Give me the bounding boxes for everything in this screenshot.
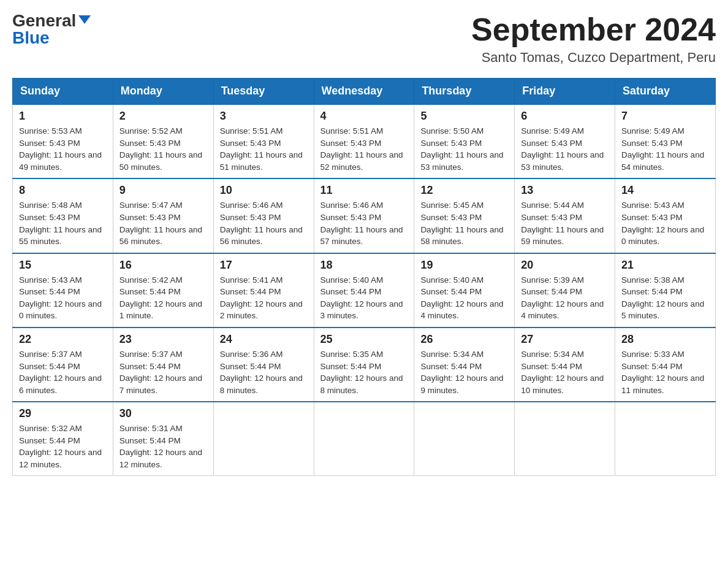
day-number: 21: [621, 259, 709, 272]
calendar-day: 3Sunrise: 5:51 AMSunset: 5:43 PMDaylight…: [213, 104, 314, 178]
day-info: Sunrise: 5:50 AMSunset: 5:43 PMDaylight:…: [420, 125, 508, 173]
day-number: 8: [19, 184, 107, 197]
day-info: Sunrise: 5:43 AMSunset: 5:44 PMDaylight:…: [19, 274, 107, 322]
logo-triangle-icon: [78, 15, 91, 24]
calendar-day: 9Sunrise: 5:47 AMSunset: 5:43 PMDaylight…: [113, 178, 213, 253]
calendar-day: [213, 402, 314, 476]
day-number: 2: [119, 110, 207, 123]
day-number: 11: [320, 184, 408, 197]
day-info: Sunrise: 5:53 AMSunset: 5:43 PMDaylight:…: [19, 125, 107, 173]
day-info: Sunrise: 5:46 AMSunset: 5:43 PMDaylight:…: [220, 199, 308, 247]
day-number: 26: [420, 333, 508, 346]
header-cell-saturday: Saturday: [615, 79, 716, 105]
day-number: 12: [420, 184, 508, 197]
day-info: Sunrise: 5:44 AMSunset: 5:43 PMDaylight:…: [521, 199, 609, 247]
header-cell-tuesday: Tuesday: [213, 79, 314, 105]
calendar-header: SundayMondayTuesdayWednesdayThursdayFrid…: [13, 79, 716, 105]
day-number: 23: [119, 333, 207, 346]
header-cell-friday: Friday: [515, 79, 615, 105]
calendar-day: 1Sunrise: 5:53 AMSunset: 5:43 PMDaylight…: [13, 104, 113, 178]
calendar-day: 17Sunrise: 5:41 AMSunset: 5:44 PMDayligh…: [213, 253, 314, 327]
calendar-week-2: 8Sunrise: 5:48 AMSunset: 5:43 PMDaylight…: [13, 178, 716, 253]
day-info: Sunrise: 5:41 AMSunset: 5:44 PMDaylight:…: [220, 274, 308, 322]
day-info: Sunrise: 5:45 AMSunset: 5:43 PMDaylight:…: [420, 199, 508, 247]
day-info: Sunrise: 5:39 AMSunset: 5:44 PMDaylight:…: [521, 274, 609, 322]
day-info: Sunrise: 5:34 AMSunset: 5:44 PMDaylight:…: [420, 348, 508, 396]
calendar-day: 16Sunrise: 5:42 AMSunset: 5:44 PMDayligh…: [113, 253, 213, 327]
day-info: Sunrise: 5:32 AMSunset: 5:44 PMDaylight:…: [19, 423, 107, 470]
calendar-day: 25Sunrise: 5:35 AMSunset: 5:44 PMDayligh…: [314, 327, 414, 402]
day-number: 24: [220, 333, 308, 346]
day-number: 7: [621, 110, 709, 123]
calendar-day: 10Sunrise: 5:46 AMSunset: 5:43 PMDayligh…: [213, 178, 314, 253]
calendar-day: 28Sunrise: 5:33 AMSunset: 5:44 PMDayligh…: [615, 327, 716, 402]
logo-blue: Blue: [12, 29, 50, 47]
day-info: Sunrise: 5:47 AMSunset: 5:43 PMDaylight:…: [119, 199, 207, 247]
day-number: 20: [521, 259, 609, 272]
calendar-week-4: 22Sunrise: 5:37 AMSunset: 5:44 PMDayligh…: [13, 327, 716, 402]
calendar-day: 5Sunrise: 5:50 AMSunset: 5:43 PMDaylight…: [414, 104, 515, 178]
calendar-day: 14Sunrise: 5:43 AMSunset: 5:43 PMDayligh…: [615, 178, 716, 253]
calendar-day: [414, 402, 515, 476]
day-info: Sunrise: 5:33 AMSunset: 5:44 PMDaylight:…: [621, 348, 709, 396]
calendar-day: [314, 402, 414, 476]
day-number: 28: [621, 333, 709, 346]
day-number: 10: [220, 184, 308, 197]
calendar-day: 13Sunrise: 5:44 AMSunset: 5:43 PMDayligh…: [515, 178, 615, 253]
calendar-day: 6Sunrise: 5:49 AMSunset: 5:43 PMDaylight…: [515, 104, 615, 178]
day-number: 19: [420, 259, 508, 272]
day-number: 17: [220, 259, 308, 272]
calendar-week-1: 1Sunrise: 5:53 AMSunset: 5:43 PMDaylight…: [13, 104, 716, 178]
calendar-day: 27Sunrise: 5:34 AMSunset: 5:44 PMDayligh…: [515, 327, 615, 402]
month-title: September 2024: [471, 12, 716, 47]
logo: General Blue: [12, 12, 91, 47]
day-number: 18: [320, 259, 408, 272]
calendar-day: 8Sunrise: 5:48 AMSunset: 5:43 PMDaylight…: [13, 178, 113, 253]
day-info: Sunrise: 5:40 AMSunset: 5:44 PMDaylight:…: [320, 274, 408, 322]
calendar-day: 4Sunrise: 5:51 AMSunset: 5:43 PMDaylight…: [314, 104, 414, 178]
location-label: Santo Tomas, Cuzco Department, Peru: [471, 50, 716, 66]
day-info: Sunrise: 5:34 AMSunset: 5:44 PMDaylight:…: [521, 348, 609, 396]
header-cell-wednesday: Wednesday: [314, 79, 414, 105]
calendar-day: 30Sunrise: 5:31 AMSunset: 5:44 PMDayligh…: [113, 402, 213, 476]
day-info: Sunrise: 5:31 AMSunset: 5:44 PMDaylight:…: [119, 423, 207, 470]
day-info: Sunrise: 5:42 AMSunset: 5:44 PMDaylight:…: [119, 274, 207, 322]
header-row: SundayMondayTuesdayWednesdayThursdayFrid…: [13, 79, 716, 105]
day-info: Sunrise: 5:35 AMSunset: 5:44 PMDaylight:…: [320, 348, 408, 396]
calendar-table: SundayMondayTuesdayWednesdayThursdayFrid…: [12, 78, 716, 476]
calendar-day: 19Sunrise: 5:40 AMSunset: 5:44 PMDayligh…: [414, 253, 515, 327]
day-number: 30: [119, 407, 207, 420]
calendar-week-3: 15Sunrise: 5:43 AMSunset: 5:44 PMDayligh…: [13, 253, 716, 327]
day-info: Sunrise: 5:43 AMSunset: 5:43 PMDaylight:…: [621, 199, 709, 247]
day-info: Sunrise: 5:37 AMSunset: 5:44 PMDaylight:…: [19, 348, 107, 396]
calendar-day: 15Sunrise: 5:43 AMSunset: 5:44 PMDayligh…: [13, 253, 113, 327]
calendar-day: 2Sunrise: 5:52 AMSunset: 5:43 PMDaylight…: [113, 104, 213, 178]
day-number: 29: [19, 407, 107, 420]
logo-general: General: [12, 12, 76, 29]
header-cell-monday: Monday: [113, 79, 213, 105]
title-section: September 2024 Santo Tomas, Cuzco Depart…: [471, 12, 716, 66]
calendar-day: 12Sunrise: 5:45 AMSunset: 5:43 PMDayligh…: [414, 178, 515, 253]
calendar-day: [615, 402, 716, 476]
day-number: 3: [220, 110, 308, 123]
header-cell-sunday: Sunday: [13, 79, 113, 105]
day-number: 27: [521, 333, 609, 346]
day-info: Sunrise: 5:36 AMSunset: 5:44 PMDaylight:…: [220, 348, 308, 396]
day-info: Sunrise: 5:37 AMSunset: 5:44 PMDaylight:…: [119, 348, 207, 396]
day-number: 5: [420, 110, 508, 123]
day-number: 4: [320, 110, 408, 123]
day-number: 13: [521, 184, 609, 197]
day-info: Sunrise: 5:51 AMSunset: 5:43 PMDaylight:…: [220, 125, 308, 173]
calendar-body: 1Sunrise: 5:53 AMSunset: 5:43 PMDaylight…: [13, 104, 716, 476]
calendar-day: 18Sunrise: 5:40 AMSunset: 5:44 PMDayligh…: [314, 253, 414, 327]
day-number: 9: [119, 184, 207, 197]
day-info: Sunrise: 5:51 AMSunset: 5:43 PMDaylight:…: [320, 125, 408, 173]
calendar-day: 11Sunrise: 5:46 AMSunset: 5:43 PMDayligh…: [314, 178, 414, 253]
day-number: 1: [19, 110, 107, 123]
calendar-day: [515, 402, 615, 476]
day-number: 15: [19, 259, 107, 272]
day-number: 25: [320, 333, 408, 346]
day-number: 16: [119, 259, 207, 272]
header-cell-thursday: Thursday: [414, 79, 515, 105]
day-info: Sunrise: 5:48 AMSunset: 5:43 PMDaylight:…: [19, 199, 107, 247]
